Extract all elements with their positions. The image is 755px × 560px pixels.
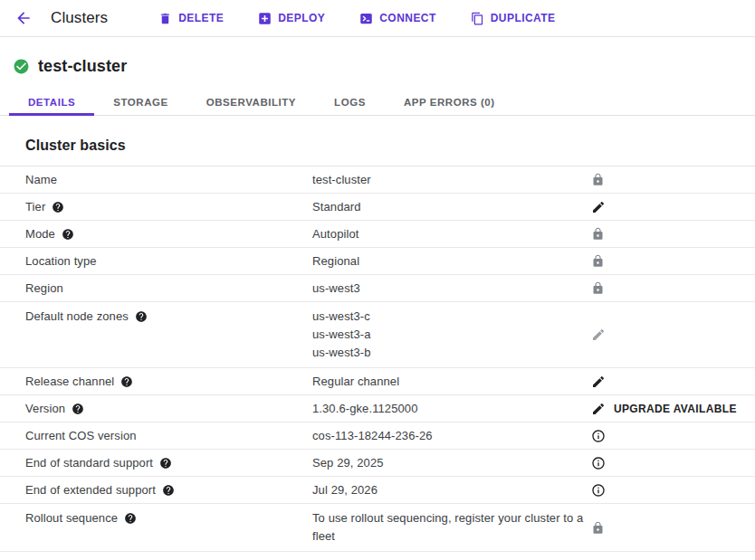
- help-icon[interactable]: [159, 457, 172, 470]
- delete-button-label: DELETE: [178, 12, 224, 24]
- row-value: test-cluster: [312, 171, 584, 189]
- tab-details[interactable]: DETAILS: [9, 89, 94, 115]
- tab-storage[interactable]: STORAGE: [94, 89, 187, 115]
- help-icon[interactable]: [124, 512, 137, 525]
- deploy-button[interactable]: DEPLOY: [258, 12, 325, 25]
- table-row-default-node-zones: Default node zones us-west3-c us-west3-a…: [0, 302, 755, 368]
- zone-item: us-west3-c: [312, 308, 584, 326]
- row-value: Sep 29, 2025: [312, 454, 584, 472]
- table-row-end-standard-support: End of standard support Sep 29, 2025: [0, 450, 755, 477]
- upgrade-available-badge[interactable]: UPGRADE AVAILABLE: [614, 403, 737, 415]
- table-row-tier: Tier Standard: [0, 194, 755, 221]
- row-value: To use rollout sequencing, register your…: [312, 509, 584, 546]
- top-action-bar: Clusters DELETE DEPLOY CONNECT DUPLICATE: [0, 0, 755, 37]
- row-label: Version: [25, 402, 65, 415]
- row-value: Standard: [312, 198, 584, 216]
- deploy-button-label: DEPLOY: [278, 12, 325, 24]
- row-label: Current COS version: [25, 429, 137, 442]
- row-label: Mode: [25, 227, 55, 241]
- terminal-icon: [359, 12, 373, 25]
- arrow-back-icon: [14, 9, 33, 27]
- help-icon[interactable]: [162, 484, 175, 497]
- cluster-basics-table: Name test-cluster Tier Standard Mode: [0, 166, 755, 552]
- zone-item: us-west3-b: [312, 344, 584, 362]
- info-icon[interactable]: [591, 483, 606, 498]
- cluster-heading: test-cluster: [0, 37, 755, 89]
- row-label: End of extended support: [25, 483, 156, 497]
- page-title: Clusters: [51, 9, 108, 27]
- row-value: 1.30.6-gke.1125000: [312, 400, 584, 418]
- duplicate-button[interactable]: DUPLICATE: [471, 12, 556, 25]
- row-label: Release channel: [25, 375, 114, 388]
- help-icon[interactable]: [135, 310, 148, 323]
- trash-icon: [158, 12, 172, 25]
- table-row-rollout-sequence: Rollout sequence To use rollout sequenci…: [0, 504, 755, 552]
- zone-item: us-west3-a: [312, 326, 584, 344]
- edit-icon[interactable]: [591, 402, 606, 416]
- info-icon[interactable]: [591, 429, 606, 443]
- row-label: Location type: [25, 254, 97, 268]
- table-row-cos-version: Current COS version cos-113-18244-236-26: [0, 422, 755, 450]
- cluster-name: test-cluster: [38, 57, 127, 76]
- tab-observability[interactable]: OBSERVABILITY: [187, 89, 315, 115]
- row-label: Name: [25, 173, 57, 186]
- tab-logs[interactable]: LOGS: [315, 89, 385, 115]
- row-label: End of standard support: [25, 456, 153, 470]
- edit-icon[interactable]: [591, 375, 606, 389]
- delete-button[interactable]: DELETE: [158, 12, 224, 25]
- edit-icon[interactable]: [591, 200, 606, 214]
- lock-icon: [591, 281, 605, 295]
- help-icon[interactable]: [72, 403, 84, 415]
- table-row-version: Version 1.30.6-gke.1125000 UPGRADE AVAIL…: [0, 395, 755, 422]
- row-label: Rollout sequence: [25, 511, 118, 525]
- row-value: cos-113-18244-236-26: [312, 427, 584, 445]
- lock-icon: [591, 521, 605, 535]
- help-icon[interactable]: [120, 375, 133, 388]
- duplicate-button-label: DUPLICATE: [491, 12, 556, 24]
- green-check-circle-icon: [13, 58, 30, 75]
- row-value: Jul 29, 2026: [312, 481, 584, 499]
- connect-button[interactable]: CONNECT: [359, 12, 435, 25]
- edit-disabled-icon: [591, 327, 606, 342]
- action-buttons: DELETE DEPLOY CONNECT DUPLICATE: [158, 12, 555, 25]
- table-row-release-channel: Release channel Regular channel: [0, 368, 755, 395]
- lock-icon: [591, 173, 605, 186]
- row-value: Regular channel: [312, 373, 584, 391]
- row-value: us-west3: [312, 280, 584, 298]
- row-value: Autopilot: [312, 225, 584, 243]
- row-label: Default node zones: [25, 309, 129, 323]
- tab-app-errors[interactable]: APP ERRORS (0): [385, 89, 514, 115]
- back-button[interactable]: [9, 4, 38, 33]
- lock-icon: [591, 227, 605, 241]
- tab-bar: DETAILS STORAGE OBSERVABILITY LOGS APP E…: [0, 89, 755, 116]
- section-title: Cluster basics: [25, 138, 755, 154]
- help-icon[interactable]: [52, 201, 64, 214]
- row-label: Region: [25, 281, 63, 295]
- deploy-plus-icon: [258, 12, 272, 25]
- connect-button-label: CONNECT: [379, 12, 435, 24]
- row-label: Tier: [25, 200, 45, 214]
- table-row-mode: Mode Autopilot: [0, 221, 755, 248]
- table-row-end-extended-support: End of extended support Jul 29, 2026: [0, 477, 755, 504]
- copy-icon: [471, 12, 484, 25]
- lock-icon: [591, 254, 605, 268]
- help-icon[interactable]: [62, 228, 74, 241]
- table-row-name: Name test-cluster: [0, 166, 755, 194]
- table-row-location-type: Location type Regional: [0, 248, 755, 275]
- row-value: Regional: [312, 252, 584, 271]
- info-icon[interactable]: [591, 456, 606, 470]
- table-row-region: Region us-west3: [0, 275, 755, 302]
